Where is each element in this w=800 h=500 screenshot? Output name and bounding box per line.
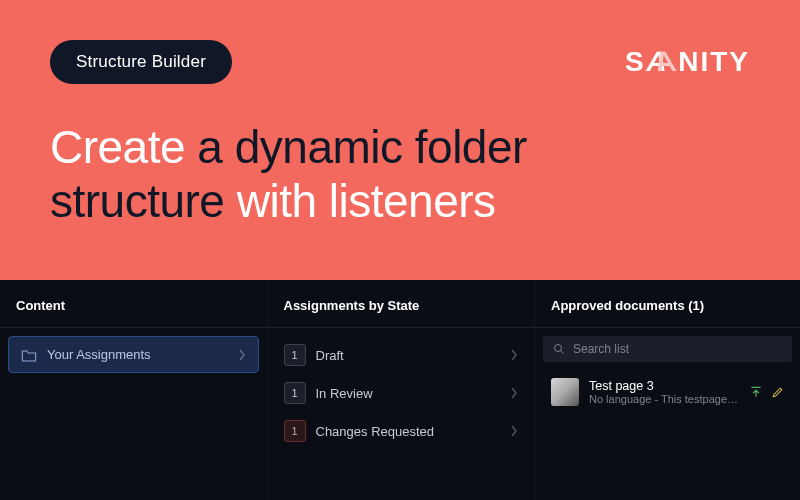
- count-badge: 1: [284, 420, 306, 442]
- content-column: Content Your Assignments: [0, 280, 268, 500]
- states-column: Assignments by State 1Draft1In Review1Ch…: [268, 280, 536, 500]
- count-badge: 1: [284, 344, 306, 366]
- document-row[interactable]: Test page 3 No language - This testpage …: [541, 372, 794, 412]
- search-placeholder: Search list: [573, 342, 629, 356]
- publish-icon: [749, 385, 763, 399]
- hero-banner: Structure Builder SAANITY Create a dynam…: [0, 0, 800, 280]
- studio-panels: Content Your Assignments Assignments by …: [0, 280, 800, 500]
- state-item-in-review[interactable]: 1In Review: [276, 374, 527, 412]
- column-header-states: Assignments by State: [268, 280, 535, 328]
- page-title: Create a dynamic folder structure with l…: [50, 120, 750, 229]
- state-label: Draft: [316, 348, 344, 363]
- svg-point-0: [555, 345, 562, 352]
- document-thumbnail: [551, 378, 579, 406]
- chevron-right-icon: [510, 425, 518, 437]
- sidebar-item-label: Your Assignments: [47, 347, 151, 362]
- brand-logo: SAANITY: [625, 46, 750, 78]
- chevron-right-icon: [510, 349, 518, 361]
- folder-icon: [21, 348, 37, 362]
- logo-text: S: [625, 46, 646, 78]
- edit-icon: [771, 386, 784, 399]
- column-header-documents: Approved documents (1): [535, 280, 800, 328]
- state-label: In Review: [316, 386, 373, 401]
- document-subtitle: No language - This testpage does...: [589, 393, 739, 405]
- search-input[interactable]: Search list: [543, 336, 792, 362]
- state-label: Changes Requested: [316, 424, 435, 439]
- category-pill: Structure Builder: [50, 40, 232, 84]
- chevron-right-icon: [510, 387, 518, 399]
- count-badge: 1: [284, 382, 306, 404]
- column-header-content: Content: [0, 280, 267, 328]
- documents-column: Approved documents (1) Search list Test …: [535, 280, 800, 500]
- search-icon: [553, 343, 565, 355]
- chevron-right-icon: [238, 349, 246, 361]
- state-item-changes-requested[interactable]: 1Changes Requested: [276, 412, 527, 450]
- sidebar-item-your-assignments[interactable]: Your Assignments: [8, 336, 259, 373]
- state-item-draft[interactable]: 1Draft: [276, 336, 527, 374]
- document-title: Test page 3: [589, 379, 739, 393]
